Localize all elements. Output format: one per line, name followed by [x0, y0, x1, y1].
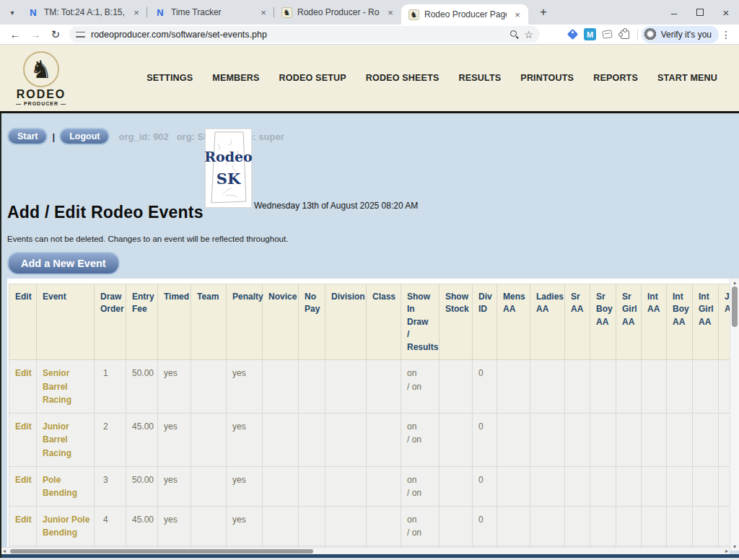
- notes-extension-icon[interactable]: [599, 26, 616, 43]
- bookmark-star-icon[interactable]: ☆: [524, 29, 533, 40]
- edit-link[interactable]: Edit: [15, 368, 32, 378]
- tab-close-icon[interactable]: ×: [512, 9, 523, 20]
- cell-show_in_draw: on / on: [401, 506, 440, 546]
- nav-reports[interactable]: REPORTS: [593, 73, 638, 83]
- cell-novice: [263, 413, 299, 466]
- column-header-penalty: Penalty: [227, 284, 263, 360]
- cell-entry_fee: 45.00: [126, 506, 158, 546]
- tab-close-icon[interactable]: ×: [258, 6, 269, 18]
- scroll-down-icon[interactable]: ▾: [730, 543, 739, 550]
- column-header-int_boy_aa: Int Boy AA: [667, 284, 693, 360]
- cell-div_id: 0: [473, 466, 497, 506]
- column-header-sr_girl_aa: Sr Girl AA: [616, 284, 642, 360]
- cell-event: Pole Bending: [37, 466, 95, 506]
- zoom-icon[interactable]: [510, 30, 518, 38]
- cell-int_girl_aa: [693, 466, 719, 506]
- cell-show_in_draw: on / on: [401, 466, 440, 506]
- edit-link[interactable]: Edit: [15, 421, 32, 432]
- cell-show_in_draw: on / on: [401, 413, 440, 466]
- nav-printouts[interactable]: PRINTOUTS: [520, 73, 574, 83]
- tab-close-icon[interactable]: ×: [131, 6, 142, 18]
- nav-rodeo-setup[interactable]: RODEO SETUP: [279, 73, 346, 83]
- cell-no_pay: [299, 466, 325, 506]
- cell-jr_aa: [719, 359, 730, 413]
- vertical-scrollbar[interactable]: ▴ ▾: [730, 279, 739, 551]
- cell-value-event: Pole Bending: [43, 475, 77, 499]
- url-text[interactable]: rodeoproducer.com/software/set-events.ph…: [91, 30, 504, 40]
- back-button[interactable]: ←: [6, 26, 25, 43]
- datetime-text: Wednesday 13th of August 2025 08:20 AM: [254, 201, 418, 211]
- new-tab-button[interactable]: +: [534, 3, 553, 22]
- column-header-ladies_aa: Ladies AA: [530, 284, 565, 360]
- scroll-right-icon[interactable]: ▸: [725, 548, 728, 554]
- cell-sr_girl_aa: [616, 466, 642, 506]
- cell-team: [191, 466, 227, 506]
- nav-settings[interactable]: SETTINGS: [147, 73, 193, 83]
- window-minimize-button[interactable]: –: [661, 0, 687, 25]
- browser-tab-3[interactable]: ♞ Rodeo Producer - Rodeo Setup ×: [274, 0, 401, 25]
- cell-mens_aa: [497, 506, 530, 546]
- address-bar[interactable]: rodeoproducer.com/software/set-events.ph…: [69, 26, 540, 43]
- cell-int_girl_aa: [693, 413, 719, 466]
- nav-rodeo-sheets[interactable]: RODEO SHEETS: [366, 73, 440, 83]
- cell-timed: yes: [158, 413, 191, 466]
- reload-button[interactable]: ↻: [46, 26, 65, 43]
- cell-value-event: Junior Pole Bending: [43, 515, 89, 538]
- page-content: Start | Logout org_id: 902 org: SKDRA ro…: [0, 113, 739, 558]
- cell-value-div_id: 0: [478, 421, 484, 432]
- browser-tab-active[interactable]: ♞ Rodeo Producer Page - Manage ×: [401, 4, 528, 25]
- nav-results[interactable]: RESULTS: [459, 73, 502, 83]
- browser-tab-1[interactable]: N TM: Tot:24 A:1, B:15, C:7, D:0, E: ×: [20, 0, 147, 25]
- cell-int_boy_aa: [667, 506, 693, 546]
- profile-chip[interactable]: Verify it's you: [642, 26, 719, 43]
- tab-title: Rodeo Producer - Rodeo Setup: [297, 7, 380, 17]
- table-header-row: EditEventDraw OrderEntry FeeTimedTeamPen…: [9, 284, 730, 360]
- table-row: EditPole Bending350.00yesyeson / on0: [9, 466, 730, 506]
- column-header-mens_aa: Mens AA: [497, 284, 530, 360]
- cell-draw_order: 3: [95, 466, 126, 506]
- cell-value-div_id: 0: [478, 515, 484, 525]
- window-close-button[interactable]: ×: [713, 0, 739, 25]
- tab-title: Time Tracker: [171, 7, 253, 17]
- forward-button[interactable]: →: [26, 26, 45, 43]
- add-new-event-button[interactable]: Add a New Event: [7, 252, 120, 275]
- tag-extension-icon[interactable]: [564, 26, 582, 43]
- m-extension-icon[interactable]: M: [582, 26, 599, 43]
- extensions-puzzle-icon[interactable]: [616, 26, 634, 43]
- browser-tab-2[interactable]: N Time Tracker ×: [147, 0, 274, 25]
- window-maximize-button[interactable]: [687, 0, 713, 25]
- edit-link[interactable]: Edit: [15, 475, 32, 485]
- cell-jr_aa: [719, 466, 730, 506]
- logout-button[interactable]: Logout: [59, 128, 110, 145]
- cell-int_boy_aa: [667, 413, 693, 466]
- cell-int_girl_aa: [693, 506, 719, 546]
- cell-entry_fee: 45.00: [126, 413, 158, 466]
- tab-close-icon[interactable]: ×: [385, 6, 396, 18]
- scroll-up-icon[interactable]: ▴: [730, 279, 739, 286]
- cell-team: [191, 413, 227, 466]
- column-header-class: Class: [367, 284, 401, 360]
- browser-menu-icon[interactable]: ⋮: [719, 26, 733, 43]
- start-button[interactable]: Start: [7, 128, 48, 145]
- edit-link[interactable]: Edit: [15, 515, 32, 525]
- column-header-show_stock: Show Stock: [440, 284, 473, 360]
- site-settings-icon[interactable]: [76, 31, 85, 38]
- horizontal-scroll-thumb[interactable]: [10, 549, 313, 554]
- scroll-left-icon[interactable]: ◂: [3, 548, 6, 554]
- cell-timed: yes: [158, 359, 191, 413]
- vertical-scroll-thumb[interactable]: [732, 286, 738, 327]
- cell-edit: Edit: [9, 506, 37, 546]
- cell-edit: Edit: [9, 466, 37, 506]
- cell-ladies_aa: [530, 506, 565, 546]
- horizontal-scrollbar[interactable]: ◂ ▸: [1, 547, 730, 554]
- nav-members[interactable]: MEMBERS: [212, 73, 259, 83]
- main-nav: SETTINGS MEMBERS RODEO SETUP RODEO SHEET…: [147, 73, 717, 83]
- column-header-sr_boy_aa: Sr Boy AA: [590, 284, 616, 360]
- cell-value-entry_fee: 45.00: [132, 421, 154, 432]
- cell-value-show_in_draw: on / on: [407, 421, 421, 445]
- nav-start-menu[interactable]: START MENU: [657, 73, 717, 83]
- tab-search-button[interactable]: ▾: [4, 4, 20, 20]
- cell-sr_aa: [565, 506, 590, 546]
- cell-novice: [263, 359, 299, 413]
- profile-label: Verify it's you: [661, 30, 712, 40]
